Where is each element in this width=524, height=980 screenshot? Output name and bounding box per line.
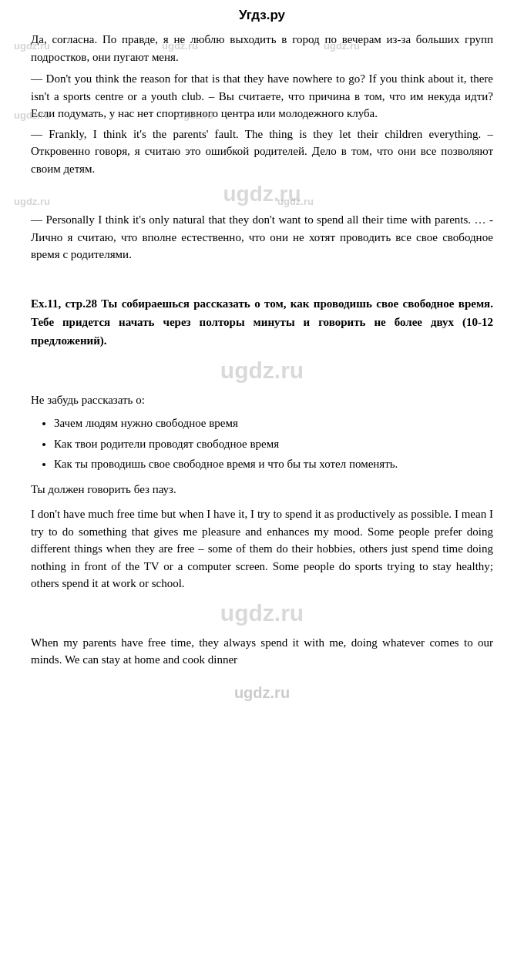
body-paragraph-2: When my parents have free time, they alw… — [31, 634, 493, 669]
bullet-item-2: Как твои родители проводят свободное вре… — [54, 435, 493, 453]
bullet-item-3: Как ты проводишь свое свободное время и … — [54, 455, 493, 473]
reminder-label: Не забудь рассказать о: — [31, 391, 493, 409]
dialogue-line-4: — Personally I think it's only natural t… — [31, 211, 493, 263]
dialogue-line-3: — Frankly, I think it's the parents' fau… — [31, 126, 493, 178]
dialogue-line-1: Да, согласна. По правде, я не люблю выхо… — [31, 31, 493, 65]
dialogue-line-2: — Don't you think the reason for that is… — [31, 70, 493, 123]
site-header: Угдз.ру — [31, 8, 493, 23]
no-pause-text: Ты должен говорить без пауз. — [31, 481, 493, 498]
body-paragraph-1: I don't have much free time but when I h… — [31, 505, 493, 592]
bullet-item-1: Зачем людям нужно свободное время — [54, 414, 493, 432]
footer-watermark: ugdz.ru — [31, 684, 493, 702]
page-wrapper: Угдз.ру ugdz.ru ugdz.ru ugdz.ru ugdz.ru … — [0, 0, 524, 725]
bullet-list: Зачем людям нужно свободное время Как тв… — [54, 414, 493, 473]
watermark-ugdz-large-2: ugdz.ru — [220, 357, 304, 383]
exercise-header: Ex.11, стр.28 Ты собираешься рассказать … — [31, 294, 493, 350]
watermark-center-large: ugdz.ru — [223, 182, 301, 206]
watermark-ugdz-large-3: ugdz.ru — [220, 600, 304, 626]
